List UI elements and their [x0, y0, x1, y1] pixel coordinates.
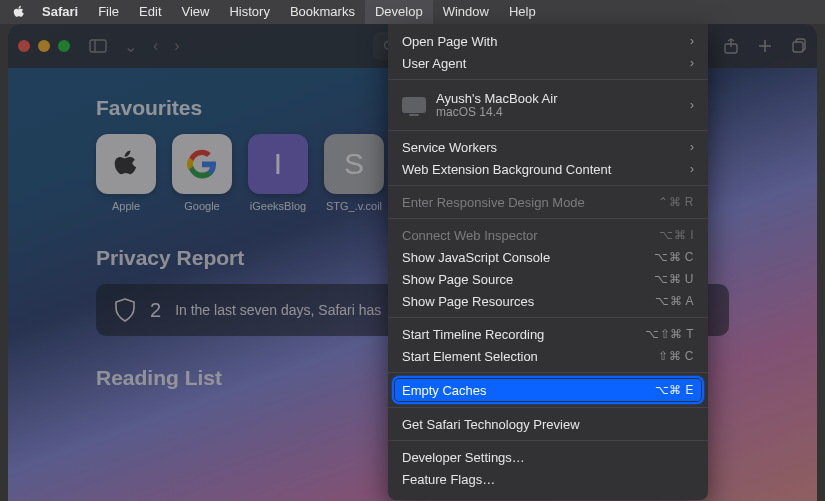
menu-connect-web-inspector: Connect Web Inspector ⌥⌘ I [388, 224, 708, 246]
menubar-app-name[interactable]: Safari [32, 0, 88, 24]
menu-separator [388, 372, 708, 373]
menu-label: Start Timeline Recording [402, 327, 645, 342]
menu-shortcut: ⌥⌘ C [654, 250, 694, 264]
menubar-item-history[interactable]: History [219, 0, 279, 24]
menu-shortcut: ⌥⌘ E [655, 383, 694, 397]
menu-open-page-with[interactable]: Open Page With › [388, 30, 708, 52]
menu-label: Connect Web Inspector [402, 228, 659, 243]
develop-menu: Open Page With › User Agent › Ayush's Ma… [388, 24, 708, 500]
menu-get-safari-tech-preview[interactable]: Get Safari Technology Preview [388, 413, 708, 435]
menu-start-element-selection[interactable]: Start Element Selection ⇧⌘ C [388, 345, 708, 367]
menu-responsive-design-mode: Enter Responsive Design Mode ⌃⌘ R [388, 191, 708, 213]
macos-menubar: Safari File Edit View History Bookmarks … [0, 0, 825, 24]
menu-label: Empty Caches [402, 383, 655, 398]
menu-label: Enter Responsive Design Mode [402, 195, 658, 210]
submenu-chevron-icon: › [690, 162, 694, 176]
menu-label: Show JavaScript Console [402, 250, 654, 265]
menu-label: Feature Flags… [402, 472, 694, 487]
menu-feature-flags[interactable]: Feature Flags… [388, 468, 708, 490]
menubar-item-bookmarks[interactable]: Bookmarks [280, 0, 365, 24]
apple-menu-icon[interactable] [12, 5, 26, 19]
menu-shortcut: ⌥⌘ A [655, 294, 694, 308]
menubar-item-help[interactable]: Help [499, 0, 546, 24]
submenu-chevron-icon: › [690, 98, 694, 112]
menu-start-timeline-recording[interactable]: Start Timeline Recording ⌥⇧⌘ T [388, 323, 708, 345]
menu-shortcut: ⌥⌘ I [659, 228, 694, 242]
menu-shortcut: ⌃⌘ R [658, 195, 694, 209]
menu-label: Get Safari Technology Preview [402, 417, 694, 432]
menubar-item-file[interactable]: File [88, 0, 129, 24]
menu-label: Developer Settings… [402, 450, 694, 465]
menu-label: Show Page Resources [402, 294, 655, 309]
submenu-chevron-icon: › [690, 56, 694, 70]
menu-shortcut: ⌥⌘ U [654, 272, 694, 286]
menu-web-ext-background[interactable]: Web Extension Background Content › [388, 158, 708, 180]
device-name: Ayush's MacBook Air [436, 91, 557, 106]
menu-show-page-source[interactable]: Show Page Source ⌥⌘ U [388, 268, 708, 290]
menu-show-js-console[interactable]: Show JavaScript Console ⌥⌘ C [388, 246, 708, 268]
menubar-item-view[interactable]: View [172, 0, 220, 24]
menu-separator [388, 317, 708, 318]
menubar-item-edit[interactable]: Edit [129, 0, 171, 24]
laptop-icon [402, 97, 426, 113]
menu-label: Show Page Source [402, 272, 654, 287]
menu-empty-caches[interactable]: Empty Caches ⌥⌘ E [394, 378, 702, 402]
menu-separator [388, 440, 708, 441]
menu-separator [388, 79, 708, 80]
menu-separator [388, 218, 708, 219]
menu-label: User Agent [402, 56, 690, 71]
menu-label: Service Workers [402, 140, 690, 155]
menu-show-page-resources[interactable]: Show Page Resources ⌥⌘ A [388, 290, 708, 312]
menu-shortcut: ⇧⌘ C [658, 349, 694, 363]
menu-separator [388, 407, 708, 408]
menu-separator [388, 130, 708, 131]
menu-developer-settings[interactable]: Developer Settings… [388, 446, 708, 468]
menu-separator [388, 185, 708, 186]
device-os: macOS 14.4 [436, 106, 557, 120]
menu-shortcut: ⌥⇧⌘ T [645, 327, 694, 341]
menu-service-workers[interactable]: Service Workers › [388, 136, 708, 158]
menu-label: Web Extension Background Content [402, 162, 690, 177]
menu-label: Start Element Selection [402, 349, 658, 364]
menubar-item-window[interactable]: Window [433, 0, 499, 24]
menu-label: Open Page With [402, 34, 690, 49]
submenu-chevron-icon: › [690, 140, 694, 154]
menubar-item-develop[interactable]: Develop [365, 0, 433, 24]
submenu-chevron-icon: › [690, 34, 694, 48]
menu-this-device[interactable]: Ayush's MacBook Air macOS 14.4 › [388, 85, 708, 125]
menu-user-agent[interactable]: User Agent › [388, 52, 708, 74]
